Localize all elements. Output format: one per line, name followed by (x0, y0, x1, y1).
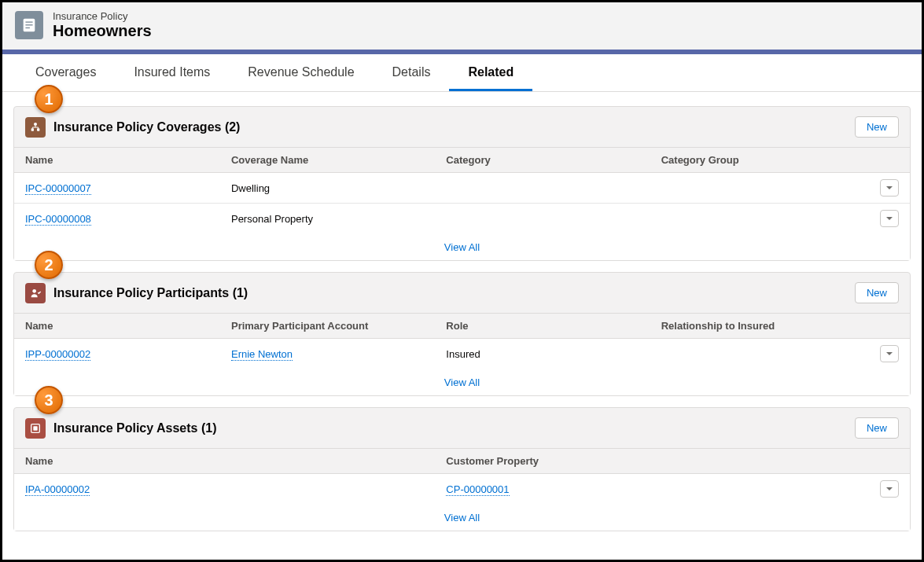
svg-rect-6 (37, 128, 39, 130)
svg-rect-3 (25, 28, 30, 28)
cell-category (435, 173, 650, 204)
tab-details[interactable]: Details (374, 54, 450, 91)
col-category-group: Category Group (650, 148, 865, 173)
policy-icon (15, 11, 43, 39)
coverages-card: 1 Insurance Policy Coverages (2) New Nam… (13, 106, 911, 261)
tab-revenue-schedule[interactable]: Revenue Schedule (229, 54, 373, 91)
tab-related[interactable]: Related (449, 54, 532, 91)
coverages-title[interactable]: Insurance Policy Coverages (2) (53, 120, 240, 134)
participants-new-button[interactable]: New (855, 282, 899, 303)
cell-relationship (650, 339, 865, 369)
page-title: Homeowners (53, 22, 152, 40)
view-all-link[interactable]: View All (444, 377, 480, 388)
tab-bar: Coverages Insured Items Revenue Schedule… (2, 54, 922, 92)
assets-table: Name Customer Property IPA-00000002 CP-0… (14, 448, 910, 504)
svg-rect-2 (25, 24, 32, 25)
col-property: Customer Property (435, 449, 865, 474)
callout-badge-3: 3 (35, 386, 63, 414)
assets-view-all: View All (14, 504, 910, 531)
row-menu-button[interactable] (880, 345, 899, 362)
assets-card: 3 Insurance Policy Assets (1) New Name C… (13, 407, 911, 531)
assets-title[interactable]: Insurance Policy Assets (1) (53, 421, 217, 435)
table-row: IPC-00000007 Dwelling (14, 173, 910, 204)
col-name: Name (14, 148, 220, 173)
table-row: IPP-00000002 Ernie Newton Insured (14, 339, 910, 369)
table-row: IPC-00000008 Personal Property (14, 204, 910, 234)
col-account: Primary Participant Account (220, 314, 435, 339)
tab-coverages[interactable]: Coverages (17, 54, 115, 91)
coverage-link[interactable]: IPC-00000007 (25, 182, 91, 195)
svg-rect-1 (25, 21, 32, 22)
col-relationship: Relationship to Insured (650, 314, 865, 339)
participants-icon (25, 283, 46, 303)
cell-coverage: Personal Property (220, 204, 435, 234)
cell-category (435, 204, 650, 234)
coverages-view-all: View All (14, 233, 910, 260)
cell-coverage: Dwelling (220, 173, 435, 204)
row-menu-button[interactable] (880, 179, 899, 197)
header-text: Insurance Policy Homeowners (53, 10, 152, 40)
participants-header: Insurance Policy Participants (1) New (14, 273, 910, 313)
coverage-link[interactable]: IPC-00000008 (25, 213, 91, 226)
participants-card: 2 Insurance Policy Participants (1) New … (13, 272, 911, 396)
participants-title[interactable]: Insurance Policy Participants (1) (53, 286, 248, 300)
col-name: Name (14, 314, 220, 339)
participants-view-all: View All (14, 369, 910, 395)
page-header: Insurance Policy Homeowners (2, 2, 922, 50)
coverages-table: Name Coverage Name Category Category Gro… (14, 147, 910, 233)
account-link[interactable]: Ernie Newton (231, 348, 293, 361)
col-coverage-name: Coverage Name (220, 148, 435, 173)
callout-badge-2: 2 (35, 251, 63, 279)
header-eyebrow: Insurance Policy (53, 10, 152, 22)
assets-icon (25, 418, 46, 439)
svg-rect-9 (33, 426, 37, 430)
cell-role: Insured (435, 339, 650, 369)
coverages-icon (25, 117, 46, 138)
row-menu-button[interactable] (880, 480, 899, 498)
row-menu-button[interactable] (880, 210, 899, 227)
col-action (865, 449, 910, 474)
col-name: Name (14, 449, 435, 474)
view-all-link[interactable]: View All (444, 241, 480, 253)
coverages-header: Insurance Policy Coverages (2) New (14, 107, 910, 147)
svg-point-7 (32, 289, 36, 293)
coverages-new-button[interactable]: New (855, 116, 899, 138)
table-row: IPA-00000002 CP-00000001 (14, 474, 910, 505)
asset-link[interactable]: IPA-00000002 (25, 483, 90, 496)
col-action (865, 314, 910, 339)
assets-header: Insurance Policy Assets (1) New (14, 408, 910, 448)
svg-rect-5 (31, 128, 34, 130)
col-action (865, 148, 910, 173)
col-category: Category (435, 148, 650, 173)
svg-point-4 (34, 123, 37, 126)
content-area: 1 Insurance Policy Coverages (2) New Nam… (2, 92, 922, 542)
assets-new-button[interactable]: New (855, 417, 899, 439)
cell-group (650, 204, 865, 234)
tab-insured-items[interactable]: Insured Items (115, 54, 229, 91)
property-link[interactable]: CP-00000001 (446, 483, 509, 496)
callout-badge-1: 1 (35, 85, 63, 113)
view-all-link[interactable]: View All (444, 512, 480, 523)
cell-group (650, 173, 865, 204)
participants-table: Name Primary Participant Account Role Re… (14, 313, 910, 369)
col-role: Role (435, 314, 650, 339)
participant-link[interactable]: IPP-00000002 (25, 348, 90, 361)
